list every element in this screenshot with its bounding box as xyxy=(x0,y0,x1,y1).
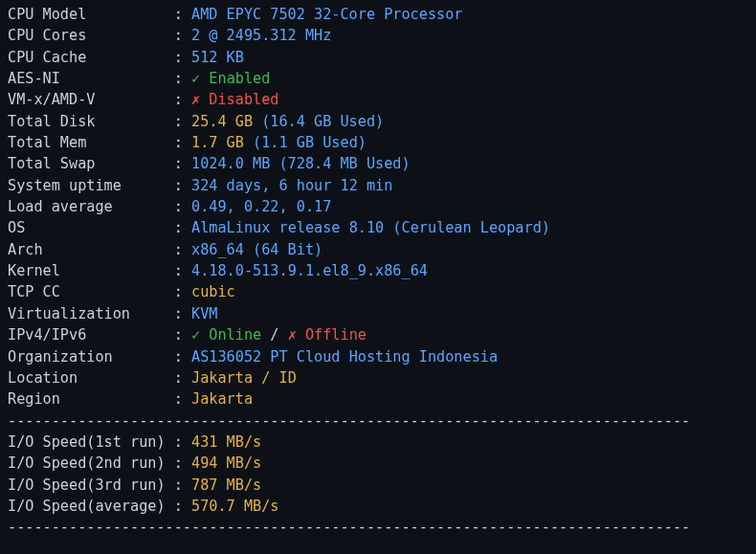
ipv4-mark: ✓ xyxy=(191,326,200,343)
ipv6-mark: ✗ xyxy=(288,326,297,343)
output-line: System uptime : 324 days, 6 hour 12 min xyxy=(8,175,748,196)
field-label: CPU Cores xyxy=(8,27,86,44)
output-line: Region : Jakarta xyxy=(8,388,748,410)
output-line: I/O Speed(average) : 570.7 MB/s xyxy=(8,496,748,517)
field-label: Arch xyxy=(8,241,43,258)
output-line: VM-x/AMD-V : ✗ Disabled xyxy=(8,89,748,110)
io-value: 570.7 MB/s xyxy=(191,498,278,515)
output-line: CPU Cores : 2 @ 2495.312 MHz xyxy=(8,25,748,46)
output-line: Load average : 0.49, 0.22, 0.17 xyxy=(8,196,748,217)
field-value: Disabled xyxy=(200,91,278,108)
field-value: AlmaLinux release 8.10 (Cerulean Leopard… xyxy=(191,219,550,236)
io-value: 494 MB/s xyxy=(191,454,261,472)
io-label: I/O Speed(average) xyxy=(8,498,174,515)
output-line: Total Disk : 25.4 GB (16.4 GB Used) xyxy=(8,111,748,132)
field-label: Virtualization xyxy=(8,305,130,322)
field-value: Jakarta xyxy=(191,390,253,408)
field-label: TCP CC xyxy=(8,283,60,300)
field-extra: (1.1 GB Used) xyxy=(253,134,367,151)
field-value: 1024.0 MB xyxy=(191,155,278,172)
field-label: CPU Cache xyxy=(8,49,86,66)
field-value: AMD EPYC 7502 32-Core Processor xyxy=(191,6,462,23)
output-line: I/O Speed(1st run) : 431 MB/s xyxy=(8,432,748,453)
output-line: Virtualization : KVM xyxy=(8,303,748,324)
field-label: Kernel xyxy=(8,262,60,279)
io-value: 787 MB/s xyxy=(191,476,261,494)
output-line: Arch : x86_64 (64 Bit) xyxy=(8,239,748,260)
io-label: I/O Speed(3rd run) xyxy=(8,476,174,494)
field-label: AES-NI xyxy=(8,70,60,87)
field-label: Organization xyxy=(8,348,113,366)
output-line: AES-NI : ✓ Enabled xyxy=(8,68,748,89)
field-label: Total Swap xyxy=(8,155,95,172)
field-value: AS136052 PT Cloud Hosting Indonesia xyxy=(191,348,498,366)
terminal-output: CPU Model : AMD EPYC 7502 32-Core Proces… xyxy=(0,0,756,544)
field-label: Total Mem xyxy=(8,134,86,151)
separator-line: ----------------------------------------… xyxy=(8,519,690,536)
output-line: Location : Jakarta / ID xyxy=(8,367,748,388)
field-value: 324 days, 6 hour 12 min xyxy=(191,177,392,194)
status-mark: ✓ xyxy=(191,70,200,87)
field-label: System uptime xyxy=(8,177,122,194)
field-value: 512 KB xyxy=(191,49,244,66)
field-extra: (16.4 GB Used) xyxy=(261,113,384,130)
field-label: OS xyxy=(8,219,25,236)
field-value: Jakarta / ID xyxy=(191,369,297,387)
separator-line: ----------------------------------------… xyxy=(8,412,690,430)
output-line: ----------------------------------------… xyxy=(8,410,748,432)
output-line: CPU Cache : 512 KB xyxy=(8,47,748,68)
field-value: cubic xyxy=(191,283,235,300)
ipv4-status: Online xyxy=(200,326,261,343)
output-line: I/O Speed(3rd run) : 787 MB/s xyxy=(8,475,748,496)
output-line: OS : AlmaLinux release 8.10 (Cerulean Le… xyxy=(8,217,748,238)
output-line: IPv4/IPv6 : ✓ Online / ✗ Offline xyxy=(8,324,748,345)
field-label: CPU Model xyxy=(8,6,86,23)
field-value: 2 @ 2495.312 MHz xyxy=(191,27,331,44)
field-value: 4.18.0-513.9.1.el8_9.x86_64 xyxy=(191,262,428,279)
field-value: x86_64 (64 Bit) xyxy=(191,241,322,258)
field-label: Total Disk xyxy=(8,113,95,130)
field-label: Location xyxy=(8,369,78,387)
output-line: Total Swap : 1024.0 MB (728.4 MB Used) xyxy=(8,153,748,174)
output-line: TCP CC : cubic xyxy=(8,281,748,302)
status-mark: ✗ xyxy=(191,91,200,108)
ipv6-status: Offline xyxy=(297,326,367,343)
field-value: 1.7 GB xyxy=(191,134,253,151)
output-line: Organization : AS136052 PT Cloud Hosting… xyxy=(8,346,748,367)
field-label: IPv4/IPv6 xyxy=(8,326,86,343)
field-label: Load average xyxy=(8,198,113,215)
field-value: Enabled xyxy=(200,70,270,87)
field-value: 25.4 GB xyxy=(191,113,261,130)
output-line: ----------------------------------------… xyxy=(8,517,748,538)
field-value: KVM xyxy=(191,305,217,322)
output-line: Kernel : 4.18.0-513.9.1.el8_9.x86_64 xyxy=(8,260,748,281)
field-label: Region xyxy=(8,390,60,408)
output-line: Total Mem : 1.7 GB (1.1 GB Used) xyxy=(8,132,748,153)
io-label: I/O Speed(1st run) xyxy=(8,433,174,451)
field-label: VM-x/AMD-V xyxy=(8,91,95,108)
field-extra: (728.4 MB Used) xyxy=(278,155,410,172)
field-value: 0.49, 0.22, 0.17 xyxy=(191,198,331,215)
output-line: I/O Speed(2nd run) : 494 MB/s xyxy=(8,453,748,474)
io-label: I/O Speed(2nd run) xyxy=(8,454,174,472)
output-line: CPU Model : AMD EPYC 7502 32-Core Proces… xyxy=(8,4,748,25)
io-value: 431 MB/s xyxy=(191,433,261,451)
